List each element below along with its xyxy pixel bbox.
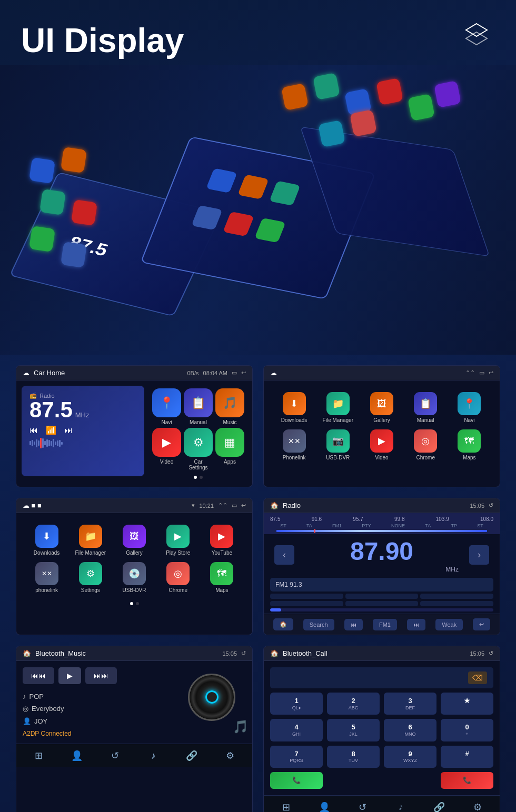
dial-0[interactable]: 0+ bbox=[441, 719, 493, 741]
fm-search-btn[interactable]: Search bbox=[303, 619, 334, 630]
bt-prev-btn[interactable]: ⏮⏮ bbox=[23, 667, 54, 684]
preset4[interactable] bbox=[270, 601, 343, 606]
launcher-usbdvr[interactable]: 💿 USB-DVR bbox=[115, 562, 153, 593]
panel3-back[interactable]: ↩ bbox=[241, 502, 246, 509]
fm-home-btn[interactable]: 🏠 bbox=[273, 618, 293, 630]
nav6-link[interactable]: 🔗 bbox=[431, 799, 448, 812]
fm-prev-btn[interactable]: ‹ bbox=[274, 545, 294, 565]
preset3[interactable] bbox=[420, 594, 493, 599]
fm-weak-btn[interactable]: Weak bbox=[435, 619, 463, 630]
dial-5[interactable]: 5JKL bbox=[327, 719, 380, 741]
app-maps[interactable]: 🗺 Maps bbox=[451, 429, 488, 460]
nav6-grid[interactable]: ⊞ bbox=[277, 799, 294, 812]
nav6-phone[interactable]: ↺ bbox=[354, 799, 371, 812]
panel5-back[interactable]: ↺ bbox=[241, 650, 246, 657]
app-apps[interactable]: ▦ Apps bbox=[215, 428, 244, 470]
dial-hash[interactable]: # bbox=[441, 746, 493, 768]
prev-track-icon[interactable]: ⏮ bbox=[29, 426, 38, 435]
launcher-filemanager[interactable]: 📁 File Manager bbox=[72, 525, 109, 556]
launcher-settings[interactable]: ⚙ Settings bbox=[72, 562, 109, 593]
nav-grid[interactable]: ⊞ bbox=[30, 747, 47, 764]
dial-2[interactable]: 2ABC bbox=[327, 693, 380, 715]
dial-9[interactable]: 9WXYZ bbox=[384, 746, 436, 768]
preset6[interactable] bbox=[420, 601, 493, 606]
app-phonelink[interactable]: ✕✕ Phonelink bbox=[275, 429, 313, 460]
nav-phone[interactable]: ↺ bbox=[107, 747, 124, 764]
fm-prev-station[interactable]: ⏮ bbox=[344, 619, 363, 630]
dial-3[interactable]: 3DEF bbox=[384, 693, 436, 715]
nav-link[interactable]: 🔗 bbox=[183, 747, 200, 764]
dial-4[interactable]: 4GHI bbox=[270, 719, 323, 741]
preset2[interactable] bbox=[345, 594, 419, 599]
radio-wave-icon[interactable]: 📶 bbox=[46, 425, 56, 435]
app-usbdvr[interactable]: 📷 USB-DVR bbox=[319, 429, 356, 460]
app-car-settings[interactable]: ⚙ Car Settings bbox=[184, 428, 213, 470]
panel1-title: Car Home bbox=[34, 369, 65, 377]
app-filemanager[interactable]: 📁 File Manager bbox=[319, 392, 356, 423]
nav6-music[interactable]: ♪ bbox=[392, 799, 409, 812]
maps-label: Maps bbox=[463, 455, 475, 460]
apps-icon: ▦ bbox=[215, 428, 244, 457]
app-navi[interactable]: 📍 Navi bbox=[152, 388, 181, 425]
home-icon6[interactable]: 🏠 bbox=[270, 649, 279, 657]
preset5[interactable] bbox=[345, 601, 419, 606]
launcher-gallery[interactable]: 🖼 Gallery bbox=[115, 525, 153, 556]
launcher-phonelink[interactable]: ✕✕ phonelink bbox=[28, 562, 65, 593]
app-manual2[interactable]: 📋 Manual bbox=[407, 392, 444, 423]
dial-star[interactable]: ★ bbox=[441, 693, 493, 715]
fm-scale-area: 87.5 91.6 95.7 99.8 103.9 108.0 ST TA FM… bbox=[264, 513, 500, 534]
app-downloads[interactable]: ⬇ Downloads bbox=[275, 392, 313, 423]
nav-contacts[interactable]: 👤 bbox=[68, 747, 85, 764]
home-icon4[interactable]: 🏠 bbox=[270, 502, 279, 509]
app-gallery[interactable]: 🖼 Gallery bbox=[363, 392, 400, 423]
app-music[interactable]: 🎵 Music bbox=[215, 388, 244, 425]
app-video[interactable]: ▶ Video bbox=[152, 428, 181, 470]
manual2-label: Manual bbox=[417, 417, 434, 423]
back-icon[interactable]: ↩ bbox=[241, 369, 246, 376]
launcher-chrome[interactable]: ◎ Chrome bbox=[160, 562, 197, 593]
launcher-maps[interactable]: 🗺 Maps bbox=[203, 562, 241, 593]
nav-settings[interactable]: ⚙ bbox=[222, 747, 239, 764]
app-chrome[interactable]: ◎ Chrome bbox=[407, 429, 444, 460]
bt-connected-status: A2DP Connected bbox=[23, 730, 180, 737]
mode-ta2: TA bbox=[425, 523, 431, 528]
app-video2[interactable]: ▶ Video bbox=[363, 429, 400, 460]
bt-play-btn[interactable]: ▶ bbox=[58, 667, 81, 684]
panel4-back[interactable]: ↺ bbox=[489, 502, 493, 509]
radio-display: 📻 Radio 87.5 MHz ⏮ 📶 ⏭ bbox=[22, 386, 144, 476]
mode-tp: TP bbox=[451, 523, 457, 528]
launcher-playstore[interactable]: ▶ Play Store bbox=[160, 525, 197, 556]
fm-nav-area: ‹ 87.90 MHz › bbox=[264, 534, 500, 576]
preset1[interactable] bbox=[270, 594, 343, 599]
panel6-back[interactable]: ↺ bbox=[489, 650, 493, 657]
panel6-time: 15:05 bbox=[470, 650, 484, 657]
dial-8[interactable]: 8TUV bbox=[327, 746, 380, 768]
vinyl-center bbox=[205, 690, 219, 704]
nav6-settings[interactable]: ⚙ bbox=[469, 799, 486, 812]
app-manual[interactable]: 📋 Manual bbox=[184, 388, 213, 425]
fm-freq-big: 87.90 bbox=[294, 537, 469, 566]
fm-fm1-btn[interactable]: FM1 bbox=[373, 619, 397, 630]
panel4-header: 🏠 Radio 15:05 ↺ bbox=[264, 498, 500, 513]
nav-music[interactable]: ♪ bbox=[145, 747, 162, 764]
dial-1[interactable]: 1QL♦ bbox=[270, 693, 323, 715]
dial-6[interactable]: 6MNO bbox=[384, 719, 436, 741]
fm-next-btn[interactable]: › bbox=[469, 545, 489, 565]
vinyl-disc bbox=[188, 674, 235, 721]
panel2-back[interactable]: ↩ bbox=[489, 369, 493, 376]
app-navi2[interactable]: 📍 Navi bbox=[451, 392, 488, 423]
call-btn[interactable]: 📞 bbox=[270, 772, 323, 789]
launcher-downloads[interactable]: ⬇ Downloads bbox=[28, 525, 65, 556]
bt-next-btn[interactable]: ⏭⏭ bbox=[85, 667, 117, 684]
nav6-contacts[interactable]: 👤 bbox=[316, 799, 333, 812]
dial-7[interactable]: 7PQRS bbox=[270, 746, 323, 768]
launcher-youtube[interactable]: ▶ YouTube bbox=[203, 525, 241, 556]
backspace-btn[interactable]: ⌫ bbox=[468, 671, 487, 684]
panel1-title-area: ☁ Car Home bbox=[23, 369, 65, 377]
fm-next-station[interactable]: ⏭ bbox=[407, 619, 425, 630]
fm-back-btn[interactable]: ↩ bbox=[473, 618, 490, 630]
home-icon5[interactable]: 🏠 bbox=[23, 649, 31, 657]
end-call-btn[interactable]: 📞 bbox=[441, 772, 493, 789]
launcher-dot2 bbox=[136, 602, 139, 605]
next-track-icon[interactable]: ⏭ bbox=[64, 426, 73, 435]
